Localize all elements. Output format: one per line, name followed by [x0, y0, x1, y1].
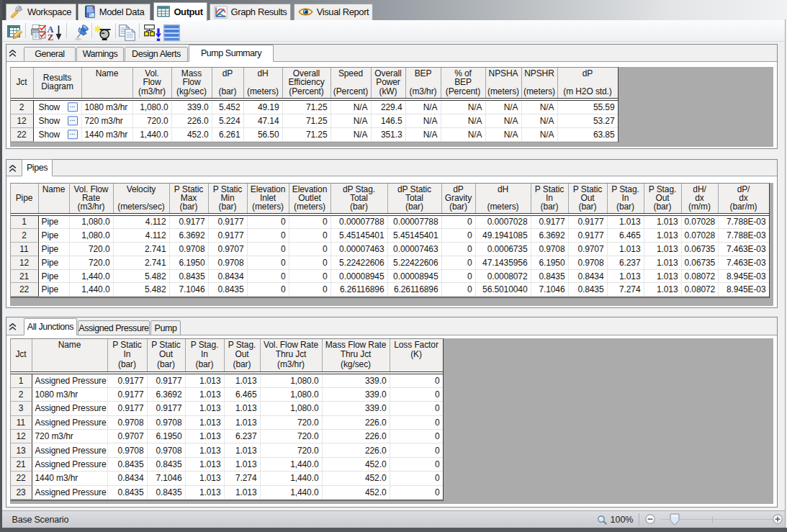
svg-text:Z: Z: [48, 32, 53, 41]
